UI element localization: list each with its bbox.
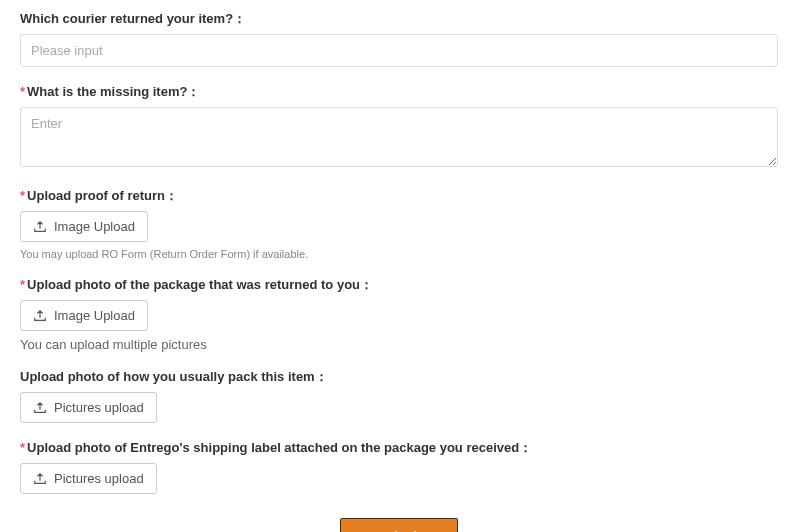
package-photo-label: *Upload photo of the package that was re… (20, 276, 778, 294)
label-photo-upload-text: Pictures upload (54, 471, 144, 486)
required-asterisk: * (20, 277, 25, 292)
upload-icon (33, 220, 47, 234)
field-courier-returned: Which courier returned your item?： (20, 10, 778, 67)
proof-return-label-text: Upload proof of return： (27, 188, 178, 203)
courier-input[interactable] (20, 34, 778, 67)
missing-item-textarea[interactable] (20, 107, 778, 167)
required-asterisk: * (20, 440, 25, 455)
label-photo-label: *Upload photo of Entrego's shipping labe… (20, 439, 778, 457)
submit-wrapper: Submit (20, 518, 778, 532)
field-label-photo: *Upload photo of Entrego's shipping labe… (20, 439, 778, 494)
pack-photo-label: Upload photo of how you usually pack thi… (20, 368, 778, 386)
field-proof-return: *Upload proof of return： Image Upload Yo… (20, 187, 778, 260)
pack-photo-upload-button[interactable]: Pictures upload (20, 392, 157, 423)
label-photo-label-text: Upload photo of Entrego's shipping label… (27, 440, 532, 455)
missing-item-label-text: What is the missing item?： (27, 84, 200, 99)
courier-label-text: Which courier returned your item?： (20, 11, 246, 26)
pack-photo-label-text: Upload photo of how you usually pack thi… (20, 369, 328, 384)
package-photo-upload-button[interactable]: Image Upload (20, 300, 148, 331)
upload-icon (33, 401, 47, 415)
proof-return-help: You may upload RO Form (Return Order For… (20, 248, 778, 260)
field-package-photo: *Upload photo of the package that was re… (20, 276, 778, 352)
pack-photo-upload-text: Pictures upload (54, 400, 144, 415)
courier-label: Which courier returned your item?： (20, 10, 778, 28)
proof-return-upload-text: Image Upload (54, 219, 135, 234)
submit-button[interactable]: Submit (340, 518, 458, 532)
package-photo-upload-text: Image Upload (54, 308, 135, 323)
upload-icon (33, 472, 47, 486)
missing-item-label: *What is the missing item?： (20, 83, 778, 101)
required-asterisk: * (20, 188, 25, 203)
package-photo-help: You can upload multiple pictures (20, 337, 778, 352)
proof-return-label: *Upload proof of return： (20, 187, 778, 205)
required-asterisk: * (20, 84, 25, 99)
field-missing-item: *What is the missing item?： (20, 83, 778, 171)
proof-return-upload-button[interactable]: Image Upload (20, 211, 148, 242)
label-photo-upload-button[interactable]: Pictures upload (20, 463, 157, 494)
upload-icon (33, 309, 47, 323)
package-photo-label-text: Upload photo of the package that was ret… (27, 277, 373, 292)
field-pack-photo: Upload photo of how you usually pack thi… (20, 368, 778, 423)
